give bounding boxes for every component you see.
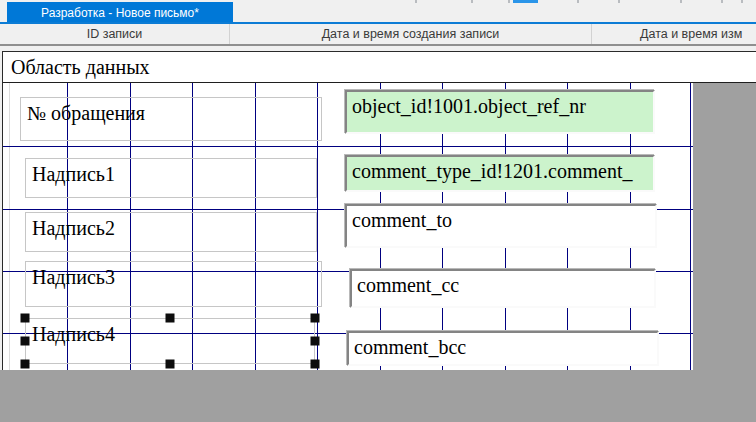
field-comment-type[interactable]: comment_type_id!1201.comment_ — [345, 155, 655, 192]
design-canvas[interactable]: № обращения Надпись1 Надпись2 Надпись3 Н… — [3, 83, 693, 370]
band-data-area[interactable]: Область данных — [2, 51, 756, 84]
handle-bottom-left[interactable] — [21, 360, 30, 369]
tab-development[interactable]: Разработка - Новое письмо* — [7, 2, 233, 23]
column-header-record-id[interactable]: ID записи — [0, 24, 230, 44]
handle-mid-left[interactable] — [21, 337, 30, 346]
handle-mid-right[interactable] — [311, 337, 320, 346]
designer-window: Разработка - Новое письмо* ID записи Дат… — [0, 0, 756, 422]
handle-top-left[interactable] — [21, 314, 30, 323]
column-header-created[interactable]: Дата и время создания записи — [230, 24, 592, 44]
grid-column-header-row: ID записи Дата и время создания записи Д… — [0, 24, 756, 46]
ruler-highlight — [513, 0, 538, 3]
field-object-ref-nr[interactable]: object_id!1001.object_ref_nr — [345, 90, 655, 134]
label-request-number[interactable]: № обращения — [20, 97, 322, 141]
column-header-modified[interactable]: Дата и время изм — [592, 24, 756, 44]
handle-bottom-center[interactable] — [166, 360, 175, 369]
label-nadpis2[interactable]: Надпись2 — [25, 212, 317, 252]
handle-bottom-right[interactable] — [311, 360, 320, 369]
label-nadpis4-selected[interactable]: Надпись4 — [25, 318, 315, 364]
handle-top-right[interactable] — [311, 314, 320, 323]
field-comment-cc[interactable]: comment_cc — [350, 269, 656, 308]
field-comment-to[interactable]: comment_to — [345, 204, 657, 248]
handle-top-center[interactable] — [166, 314, 175, 323]
workspace-outside-bottom — [0, 370, 756, 422]
page-margin-line — [9, 83, 10, 370]
label-nadpis3[interactable]: Надпись3 — [25, 261, 322, 307]
workspace-outside-right — [693, 83, 756, 370]
field-comment-bcc[interactable]: comment_bcc — [347, 331, 659, 366]
label-nadpis1[interactable]: Надпись1 — [25, 158, 317, 198]
